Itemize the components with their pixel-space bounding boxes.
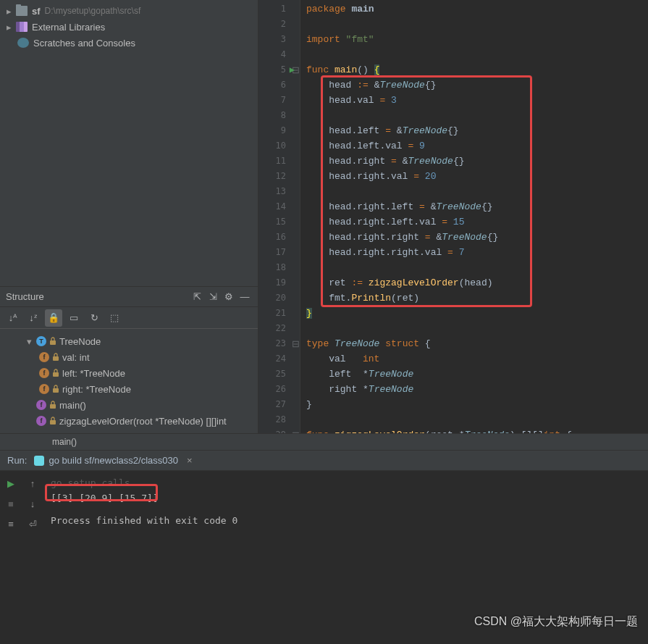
- folder-icon[interactable]: ▭: [65, 309, 83, 327]
- field-label: val: int: [62, 352, 90, 363]
- fold-marker: [292, 260, 300, 275]
- collapse-icon[interactable]: ⇲: [206, 290, 220, 304]
- stop-icon[interactable]: ■: [3, 495, 19, 511]
- fold-marker: [292, 47, 300, 62]
- scratch-icon: [17, 38, 29, 48]
- code-line[interactable]: func zigzagLevelOrder(root *TreeNode) []…: [300, 427, 648, 433]
- fold-marker: [292, 351, 300, 367]
- code-line[interactable]: fmt.Println(ret): [300, 290, 648, 306]
- structure-toolbar: ↓ᴬ ↓ᶻ 🔒 ▭ ↻ ⬚: [0, 307, 258, 329]
- spacer: [51, 506, 641, 513]
- code-line[interactable]: }: [300, 397, 648, 412]
- close-icon[interactable]: ×: [187, 455, 193, 466]
- autoscroll-icon[interactable]: ↻: [85, 309, 103, 327]
- lock-icon: [49, 337, 56, 346]
- lock-icon: [52, 385, 59, 393]
- wrap-icon[interactable]: ⏎: [25, 516, 41, 532]
- code-line[interactable]: [300, 184, 648, 199]
- run-icon[interactable]: ▶: [3, 475, 19, 491]
- code-line[interactable]: head.right.right = &TreeNode{}: [300, 230, 648, 245]
- struct-func-main[interactable]: ▾ f main(): [0, 397, 258, 413]
- struct-field-left[interactable]: f left: *TreeNode: [0, 365, 258, 381]
- lock-icon: [49, 417, 56, 425]
- console-output: [[3] [20 9] [15 7]]: [51, 490, 641, 506]
- chevron-down-icon: ▾: [25, 337, 33, 346]
- code-line[interactable]: ret := zigzagLevelOrder(head): [300, 275, 648, 290]
- scratches-label: Scratches and Consoles: [33, 38, 135, 49]
- structure-header: Structure ⇱ ⇲ ⚙ —: [0, 287, 258, 307]
- code-line[interactable]: val int: [300, 351, 648, 367]
- code-line[interactable]: [300, 260, 648, 275]
- code-line[interactable]: right *TreeNode: [300, 382, 648, 397]
- more-icon[interactable]: ≡: [3, 516, 19, 532]
- minimize-icon[interactable]: —: [237, 290, 252, 304]
- fold-marker: [292, 169, 300, 184]
- gear-icon[interactable]: ⚙: [222, 290, 236, 304]
- struct-field-right[interactable]: f right: *TreeNode: [0, 381, 258, 397]
- sort-az-icon[interactable]: ↓ᶻ: [25, 309, 42, 327]
- down-icon[interactable]: ↓: [25, 495, 41, 511]
- code-line[interactable]: head.right.left.val = 15: [300, 214, 648, 230]
- run-tab[interactable]: go build sf/newclass2/class030 ×: [34, 455, 192, 466]
- code-line[interactable]: head.right.left = &TreeNode{}: [300, 199, 648, 214]
- fold-marker[interactable]: ⊟: [292, 427, 300, 433]
- code-line[interactable]: head.left = &TreeNode{}: [300, 123, 648, 138]
- fold-marker: [292, 382, 300, 397]
- external-libraries[interactable]: ▸ External Libraries: [0, 19, 258, 35]
- code-line[interactable]: head := &TreeNode{}: [300, 78, 648, 93]
- code-line[interactable]: func main() {: [300, 62, 648, 78]
- up-icon[interactable]: ↑: [25, 475, 41, 491]
- fold-marker: [292, 397, 300, 412]
- field-icon[interactable]: ⬚: [106, 309, 123, 327]
- code-line[interactable]: [300, 321, 648, 336]
- chevron-right-icon: ▸: [4, 7, 13, 15]
- console-exit: Process finished with exit code 0: [51, 513, 641, 528]
- code-line[interactable]: head.right.val = 20: [300, 169, 648, 184]
- folder-icon: [16, 6, 28, 16]
- code-line[interactable]: package main: [300, 1, 648, 17]
- project-name: sf: [32, 6, 41, 17]
- struct-func-zigzag[interactable]: ▾ f zigzagLevelOrder(root *TreeNode) [][…: [0, 413, 258, 429]
- lock-icon[interactable]: 🔒: [45, 309, 62, 327]
- struct-type-treenode[interactable]: ▾ T TreeNode: [0, 333, 258, 349]
- code-line[interactable]: left *TreeNode: [300, 367, 648, 382]
- fold-marker: [292, 199, 300, 214]
- struct-field-val[interactable]: f val: int: [0, 349, 258, 365]
- project-root[interactable]: ▸ sf D:\mysetup\gopath\src\sf: [0, 3, 258, 19]
- code-line[interactable]: head.val = 3: [300, 93, 648, 108]
- fold-marker: [292, 1, 300, 17]
- structure-tree: ▾ T TreeNode f val: int f left: *TreeNod…: [0, 329, 258, 433]
- fold-marker: [292, 245, 300, 260]
- console-line: go setup calls: [51, 475, 641, 490]
- fold-marker: [292, 230, 300, 245]
- project-tree: ▸ sf D:\mysetup\gopath\src\sf ▸ External…: [0, 0, 258, 52]
- crumb-item[interactable]: main(): [52, 437, 77, 447]
- svg-rect-4: [50, 404, 56, 409]
- code-area[interactable]: package mainimport "fmt"func main() { he…: [300, 0, 648, 433]
- fold-marker: [292, 290, 300, 306]
- code-line[interactable]: [300, 108, 648, 123]
- sort-za-icon[interactable]: ↓ᴬ: [4, 309, 22, 327]
- fold-marker: [292, 108, 300, 123]
- code-line[interactable]: head.left.val = 9: [300, 138, 648, 154]
- code-editor[interactable]: 12345▶6789101112131415161718192021222324…: [258, 0, 648, 433]
- code-line[interactable]: [300, 412, 648, 427]
- code-line[interactable]: head.right.right.val = 7: [300, 245, 648, 260]
- fold-marker[interactable]: ⊟: [292, 336, 300, 351]
- structure-title: Structure: [6, 291, 188, 302]
- fold-marker: [292, 78, 300, 93]
- code-line[interactable]: type TreeNode struct {: [300, 336, 648, 351]
- field-badge-icon: f: [39, 384, 49, 394]
- code-line[interactable]: import "fmt": [300, 32, 648, 47]
- chevron-right-icon: ▸: [4, 22, 13, 31]
- expand-icon[interactable]: ⇱: [190, 290, 204, 304]
- code-line[interactable]: [300, 17, 648, 32]
- code-line[interactable]: }: [300, 306, 648, 321]
- fold-marker: [292, 275, 300, 290]
- run-toolbar: ▶ ■ ≡: [0, 471, 22, 644]
- scratches-consoles[interactable]: Scratches and Consoles: [0, 35, 258, 51]
- code-line[interactable]: [300, 47, 648, 62]
- lock-icon: [52, 353, 59, 361]
- fold-marker: [292, 17, 300, 32]
- code-line[interactable]: head.right = &TreeNode{}: [300, 154, 648, 169]
